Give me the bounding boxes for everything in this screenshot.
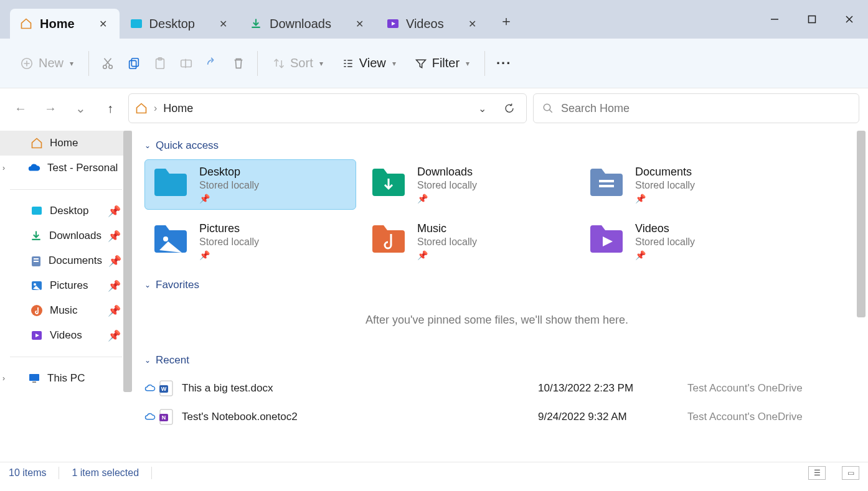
copy-button[interactable] [121, 51, 146, 76]
expand-icon[interactable]: › [2, 164, 5, 172]
folder-icon [587, 166, 626, 200]
tab-close[interactable]: ✕ [464, 15, 481, 32]
videos-icon [30, 329, 44, 342]
qa-sub: Stored locally [417, 236, 477, 248]
search-input[interactable] [561, 102, 850, 115]
tab-bar: Home ✕ Desktop ✕ Downloads ✕ Videos ✕ ＋ [0, 0, 868, 39]
sidebar-item-videos[interactable]: Videos 📌 [0, 323, 132, 348]
breadcrumb[interactable]: Home [163, 102, 193, 115]
sidebar-item-label: Desktop [50, 205, 88, 217]
qa-name: Documents [635, 166, 695, 179]
main-scrollbar[interactable] [857, 131, 866, 317]
section-quick-access[interactable]: ⌄ Quick access [144, 139, 849, 152]
status-bar: 10 items 1 item selected ☰ ▭ [0, 462, 868, 483]
quick-access-documents[interactable]: Documents Stored locally 📌 [580, 159, 792, 210]
home-icon [30, 136, 44, 150]
section-label: Recent [156, 354, 189, 367]
sidebar-item-music[interactable]: Music 📌 [0, 298, 132, 323]
tab-home[interactable]: Home ✕ [10, 9, 120, 39]
sidebar-item-home[interactable]: Home [0, 131, 132, 156]
sidebar-item-documents[interactable]: Documents 📌 [0, 248, 132, 273]
svg-point-18 [34, 283, 36, 286]
sidebar-item-onedrive[interactable]: › Test - Personal [0, 156, 132, 180]
cut-button[interactable] [95, 51, 120, 76]
delete-button[interactable] [226, 51, 251, 76]
svg-rect-24 [599, 185, 614, 187]
thumbnails-view-button[interactable]: ▭ [842, 466, 859, 480]
svg-point-5 [103, 65, 107, 68]
address-bar[interactable]: › Home ⌄ [128, 93, 527, 123]
share-button[interactable] [200, 51, 225, 76]
quick-access-desktop[interactable]: Desktop Stored locally 📌 [144, 159, 356, 210]
svg-rect-22 [32, 381, 36, 383]
qa-sub: Stored locally [199, 236, 259, 248]
tab-desktop[interactable]: Desktop ✕ [120, 9, 240, 39]
toolbar-separator [257, 51, 258, 76]
folder-icon [369, 166, 408, 200]
sidebar-scrollbar[interactable] [123, 131, 132, 392]
tab-downloads[interactable]: Downloads ✕ [240, 9, 376, 39]
quick-access-pictures[interactable]: Pictures Stored locally 📌 [144, 216, 356, 266]
videos-icon [386, 17, 399, 30]
recent-item[interactable]: N Test's Notebook.onetoc2 9/24/2022 9:32… [144, 403, 849, 431]
sidebar-item-pictures[interactable]: Pictures 📌 [0, 273, 132, 298]
address-dropdown-button[interactable]: ⌄ [471, 98, 493, 119]
minimize-button[interactable] [756, 5, 793, 34]
pin-icon: 📌 [108, 230, 121, 243]
tab-videos[interactable]: Videos ✕ [376, 9, 489, 39]
view-button[interactable]: View ▾ [333, 47, 405, 80]
tab-label: Desktop [149, 17, 195, 31]
breadcrumb-separator: › [154, 103, 157, 114]
forward-button[interactable]: → [39, 96, 62, 120]
qa-name: Pictures [199, 222, 259, 235]
close-window-button[interactable] [831, 5, 868, 34]
refresh-button[interactable] [499, 98, 520, 119]
new-tab-button[interactable]: ＋ [494, 9, 519, 34]
rename-button[interactable] [174, 51, 199, 76]
tab-close[interactable]: ✕ [215, 15, 232, 32]
back-button[interactable]: ← [9, 96, 32, 120]
filter-label: Filter [432, 56, 460, 70]
folder-icon [151, 222, 191, 257]
quick-access-downloads[interactable]: Downloads Stored locally 📌 [362, 159, 574, 210]
paste-button[interactable] [148, 51, 172, 76]
search-bar[interactable] [533, 93, 859, 123]
new-label: New [39, 56, 64, 70]
quick-access-music[interactable]: Music Stored locally 📌 [362, 216, 574, 266]
section-label: Quick access [156, 139, 219, 152]
expand-icon[interactable]: › [2, 374, 5, 383]
filter-button[interactable]: Filter ▾ [406, 47, 478, 80]
sort-icon [273, 57, 285, 70]
recent-name: Test's Notebook.onetoc2 [182, 411, 538, 423]
view-icon [342, 57, 354, 70]
recent-location: Test Account's OneDrive [687, 411, 849, 423]
details-view-button[interactable]: ☰ [808, 466, 826, 480]
chevron-down-icon: ⌄ [144, 356, 151, 365]
pin-icon: 📌 [635, 194, 695, 203]
tab-close[interactable]: ✕ [351, 15, 369, 32]
maximize-button[interactable] [793, 5, 831, 34]
cloud-icon [144, 411, 156, 423]
folder-icon [369, 222, 408, 257]
recent-item[interactable]: W This a big test.docx 10/13/2022 2:23 P… [144, 374, 849, 403]
more-button[interactable]: ··· [491, 51, 516, 76]
download-icon [30, 229, 43, 243]
section-favorites[interactable]: ⌄ Favorites [144, 279, 849, 291]
qa-sub: Stored locally [635, 180, 695, 191]
plus-circle-icon [20, 57, 34, 70]
sidebar-item-desktop[interactable]: Desktop 📌 [0, 199, 132, 223]
sidebar-item-downloads[interactable]: Downloads 📌 [0, 223, 132, 248]
svg-rect-13 [32, 207, 42, 215]
sidebar-item-thispc[interactable]: › This PC [0, 366, 132, 391]
up-button[interactable]: ↑ [98, 96, 122, 120]
toolbar: New ▾ Sort ▾ View ▾ Filter ▾ ··· [0, 39, 868, 88]
sort-button[interactable]: Sort ▾ [264, 47, 332, 80]
qa-name: Desktop [199, 166, 259, 179]
chevron-down-icon: ▾ [392, 59, 396, 68]
recent-locations-button[interactable]: ⌄ [68, 96, 92, 120]
section-recent[interactable]: ⌄ Recent [144, 354, 849, 367]
tab-close[interactable]: ✕ [95, 15, 112, 32]
quick-access-videos[interactable]: Videos Stored locally 📌 [580, 216, 792, 266]
new-button[interactable]: New ▾ [11, 47, 82, 80]
sidebar-item-label: Home [50, 137, 78, 149]
